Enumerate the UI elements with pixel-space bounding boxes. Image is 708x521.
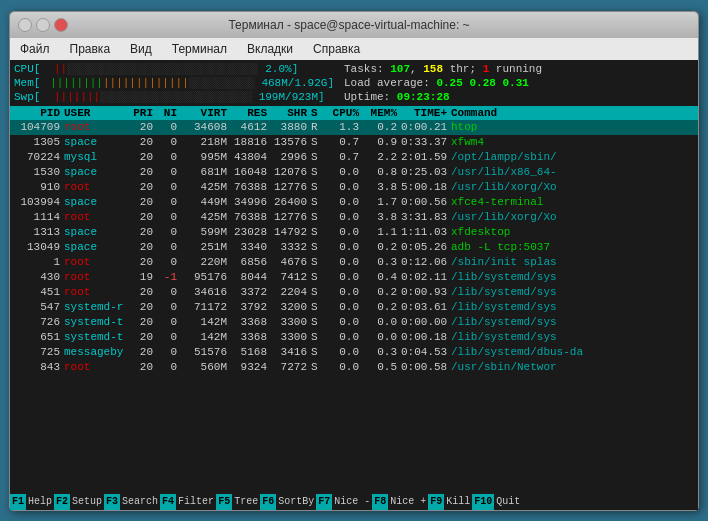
proc-cpu: 0.0 [325, 241, 363, 253]
menu-help[interactable]: Справка [309, 40, 364, 58]
footer-item-search[interactable]: F3 Search [104, 494, 160, 510]
close-button[interactable] [54, 18, 68, 32]
table-row[interactable]: 104709 root 20 0 34608 4612 3880 R 1.3 0… [10, 120, 698, 135]
menu-tabs[interactable]: Вкладки [243, 40, 297, 58]
menu-file[interactable]: Файл [16, 40, 54, 58]
proc-cpu: 0.0 [325, 226, 363, 238]
proc-cpu: 0.0 [325, 211, 363, 223]
proc-s: S [311, 151, 325, 163]
proc-s: S [311, 256, 325, 268]
table-row[interactable]: 430 root 19 -1 95176 8044 7412 S 0.0 0.4… [10, 270, 698, 285]
proc-pid: 451 [14, 286, 64, 298]
menu-edit[interactable]: Правка [66, 40, 115, 58]
proc-pid: 547 [14, 301, 64, 313]
load-row: Load average: 0.25 0.28 0.31 [344, 76, 694, 90]
footer-item-nice -[interactable]: F7 Nice - [316, 494, 372, 510]
table-row[interactable]: 1 root 20 0 220M 6856 4676 S 0.0 0.3 0:1… [10, 255, 698, 270]
proc-mem: 0.2 [363, 121, 401, 133]
proc-pid: 651 [14, 331, 64, 343]
menu-terminal[interactable]: Терминал [168, 40, 231, 58]
minimize-button[interactable] [18, 18, 32, 32]
proc-cmd: /sbin/init splas [451, 256, 694, 268]
proc-time: 0:33.37 [401, 136, 451, 148]
proc-res: 16048 [231, 166, 271, 178]
swp-bar-empty: ░░░░░░░░░░░░░░░░░░░░░░░ [100, 91, 252, 103]
proc-ni: 0 [157, 196, 181, 208]
load5: 0.28 [469, 77, 495, 89]
proc-res: 18816 [231, 136, 271, 148]
header-time: TIME+ [401, 107, 451, 119]
table-row[interactable]: 70224 mysql 20 0 995M 43804 2996 S 0.7 2… [10, 150, 698, 165]
proc-res: 76388 [231, 181, 271, 193]
proc-ni: 0 [157, 241, 181, 253]
footer-label: Search [120, 496, 160, 507]
cpu-pct: 2.0%] [259, 63, 299, 75]
proc-cmd: /lib/systemd/sys [451, 271, 694, 283]
tasks-row: Tasks: 107 , 158 thr; 1 running [344, 62, 694, 76]
footer-item-quit[interactable]: F10 Quit [472, 494, 522, 510]
footer-item-help[interactable]: F1 Help [10, 494, 54, 510]
table-row[interactable]: 103994 space 20 0 449M 34996 26400 S 0.0… [10, 195, 698, 210]
header-pid: PID [14, 107, 64, 119]
proc-cmd: xfwm4 [451, 136, 694, 148]
table-row[interactable]: 1114 root 20 0 425M 76388 12776 S 0.0 3.… [10, 210, 698, 225]
proc-shr: 3880 [271, 121, 311, 133]
menu-view[interactable]: Вид [126, 40, 156, 58]
table-row[interactable]: 547 systemd-r 20 0 71172 3792 3200 S 0.0… [10, 300, 698, 315]
footer-item-nice +[interactable]: F8 Nice + [372, 494, 428, 510]
footer-item-setup[interactable]: F2 Setup [54, 494, 104, 510]
proc-cpu: 0.0 [325, 286, 363, 298]
proc-mem: 0.3 [363, 256, 401, 268]
maximize-button[interactable] [36, 18, 50, 32]
table-row[interactable]: 726 systemd-t 20 0 142M 3368 3300 S 0.0 … [10, 315, 698, 330]
proc-ni: 0 [157, 151, 181, 163]
proc-res: 4612 [231, 121, 271, 133]
footer-label: Setup [70, 496, 104, 507]
proc-cpu: 1.3 [325, 121, 363, 133]
proc-time: 0:05.26 [401, 241, 451, 253]
footer-key: F5 [216, 494, 232, 510]
proc-pid: 726 [14, 316, 64, 328]
table-row[interactable]: 651 systemd-t 20 0 142M 3368 3300 S 0.0 … [10, 330, 698, 345]
proc-ni: 0 [157, 166, 181, 178]
proc-cpu: 0.0 [325, 196, 363, 208]
table-row[interactable]: 451 root 20 0 34616 3372 2204 S 0.0 0.2 … [10, 285, 698, 300]
proc-ni: 0 [157, 256, 181, 268]
footer-label: Tree [232, 496, 260, 507]
footer-label: Quit [494, 496, 522, 507]
footer-item-kill[interactable]: F9 Kill [428, 494, 472, 510]
table-row[interactable]: 910 root 20 0 425M 76388 12776 S 0.0 3.8… [10, 180, 698, 195]
table-row[interactable]: 725 messagebу 20 0 51576 5168 3416 S 0.0… [10, 345, 698, 360]
footer-item-tree[interactable]: F5 Tree [216, 494, 260, 510]
proc-mem: 3.8 [363, 211, 401, 223]
proc-ni: -1 [157, 271, 181, 283]
proc-ni: 0 [157, 361, 181, 373]
proc-time: 0:02.11 [401, 271, 451, 283]
table-row[interactable]: 1313 space 20 0 599M 23028 14792 S 0.0 1… [10, 225, 698, 240]
footer-key: F4 [160, 494, 176, 510]
proc-time: 0:03.61 [401, 301, 451, 313]
proc-virt: 51576 [181, 346, 231, 358]
proc-s: S [311, 241, 325, 253]
proc-shr: 14792 [271, 226, 311, 238]
footer-item-sortby[interactable]: F6 SortBy [260, 494, 316, 510]
proc-cmd: /usr/sbin/Networ [451, 361, 694, 373]
terminal-content: CPU[ || ░░░░░░░░░░░░░░░░░░░░░░░░░░░░░ 2.… [10, 60, 698, 510]
table-row[interactable]: 1530 space 20 0 681M 16048 12076 S 0.0 0… [10, 165, 698, 180]
proc-shr: 2204 [271, 286, 311, 298]
proc-pri: 20 [129, 226, 157, 238]
proc-time: 1:11.03 [401, 226, 451, 238]
proc-virt: 34608 [181, 121, 231, 133]
proc-cmd: /opt/lampp/sbin/ [451, 151, 694, 163]
proc-mem: 0.3 [363, 346, 401, 358]
mem-bar-orange: ||||||||||||| [103, 77, 189, 89]
proc-ni: 0 [157, 286, 181, 298]
footer-item-filter[interactable]: F4 Filter [160, 494, 216, 510]
table-row[interactable]: 13049 space 20 0 251M 3340 3332 S 0.0 0.… [10, 240, 698, 255]
table-row[interactable]: 1305 space 20 0 218M 18816 13576 S 0.7 0… [10, 135, 698, 150]
proc-ni: 0 [157, 301, 181, 313]
proc-time: 0:00.93 [401, 286, 451, 298]
proc-pid: 1 [14, 256, 64, 268]
proc-cmd: /usr/lib/xorg/Xo [451, 211, 694, 223]
table-row[interactable]: 843 root 20 0 560M 9324 7272 S 0.0 0.5 0… [10, 360, 698, 375]
